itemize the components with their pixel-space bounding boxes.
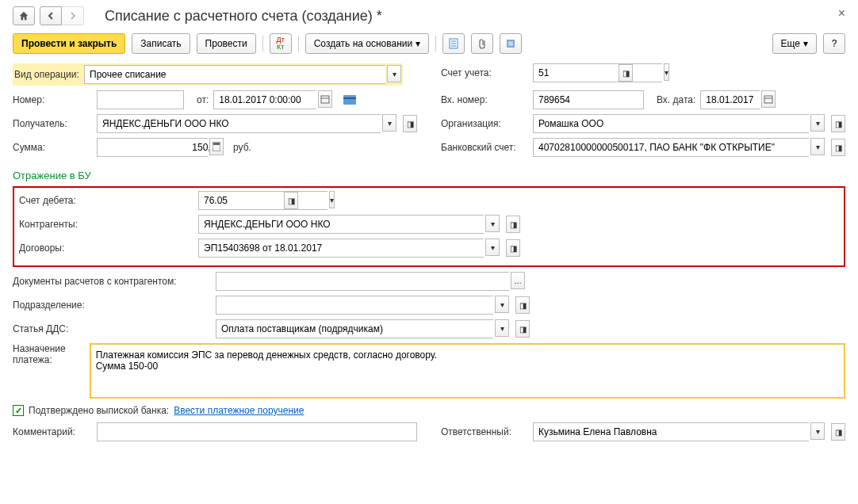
responsible-input[interactable] [537,423,806,441]
dt-kt-icon: ДтКт [277,36,285,51]
calculator-button[interactable] [209,138,224,155]
recipient-label: Получатель: [13,118,92,129]
separator [298,36,299,52]
in-date-label: Вх. дата: [657,94,695,105]
open-button[interactable]: ◨ [284,192,298,209]
more-button[interactable]: Еще ▾ [772,33,817,54]
sum-label: Сумма: [13,142,92,153]
account-label: Счет учета: [441,67,528,78]
bank-account-label: Банковский счет: [441,142,528,153]
comment-label: Комментарий: [13,426,92,437]
list-button[interactable] [500,33,522,54]
report-button[interactable] [442,33,465,54]
help-button[interactable]: ? [823,33,845,54]
submit-button[interactable]: Провести [197,33,256,54]
dds-label: Статья ДДС: [13,323,211,334]
more-label: Еще [781,38,800,49]
dt-kt-button[interactable]: ДтКт [270,33,292,54]
operation-type-input[interactable] [88,66,382,83]
open-button[interactable]: ◨ [515,320,530,338]
settlement-docs-label: Документы расчетов с контрагентом: [13,276,211,287]
svg-rect-11 [343,97,356,99]
chevron-down-icon: ▾ [416,38,420,49]
card-icon[interactable] [343,95,356,105]
in-number-input[interactable] [537,91,659,109]
from-label: от: [197,94,209,105]
calendar-icon [320,94,330,104]
dropdown-button[interactable]: ▾ [485,215,500,232]
bu-section-title: Отражение в БУ [13,170,845,181]
close-button[interactable]: × [838,6,845,21]
create-based-button[interactable]: Создать на основании ▾ [305,33,430,54]
save-button[interactable]: Записать [132,33,190,54]
dropdown-button[interactable]: ▾ [810,422,825,440]
currency-label: руб. [233,142,251,153]
dds-input[interactable] [220,320,490,338]
open-button[interactable]: ◨ [506,239,520,257]
svg-rect-10 [343,95,356,105]
open-button[interactable]: ◨ [403,115,417,132]
calculator-icon [213,142,220,151]
document-icon [448,38,459,49]
settlement-docs-input[interactable] [220,273,506,290]
account-input[interactable] [537,64,659,82]
open-button[interactable]: ◨ [831,139,845,156]
svg-rect-12 [764,96,772,103]
dropdown-button[interactable]: ▾ [495,319,509,337]
comment-input[interactable] [101,423,413,441]
calendar-button[interactable] [318,90,332,108]
dropdown-button[interactable]: ▾ [485,239,500,256]
dropdown-button[interactable]: ▾ [495,296,509,313]
home-button[interactable] [13,6,35,25]
recipient-input[interactable] [101,115,377,132]
open-button[interactable]: ◨ [619,64,633,82]
svg-rect-8 [321,96,329,103]
division-label: Подразделение: [13,300,211,311]
confirmed-label: Подтверждено выпиской банка: [29,405,169,416]
division-input[interactable] [220,296,490,314]
chevron-down-icon: ▾ [803,38,808,49]
separator [435,36,436,52]
open-button[interactable]: ◨ [831,115,845,132]
dropdown-button[interactable]: ▾ [664,63,669,81]
submit-close-button[interactable]: Провести и закрыть [13,33,125,54]
dropdown-button[interactable]: ▾ [382,114,396,132]
open-button[interactable]: ◨ [515,296,530,314]
dropdown-button[interactable]: ▾ [387,65,401,82]
dropdown-button[interactable]: ▾ [810,138,825,155]
calendar-button[interactable] [761,90,776,108]
counterparty-label: Контрагенты: [19,219,193,230]
enter-order-link[interactable]: Ввести платежное поручение [174,405,304,416]
toolbar: Провести и закрыть Записать Провести ДтК… [13,33,845,54]
paperclip-icon [477,38,487,49]
contract-label: Договоры: [19,242,193,254]
back-button[interactable] [40,6,62,25]
forward-button[interactable] [62,6,84,25]
number-label: Номер: [13,94,92,105]
sum-input[interactable] [101,139,223,156]
debit-account-label: Счет дебета: [19,195,193,206]
dropdown-button[interactable]: ▾ [329,191,335,208]
dropdown-button[interactable]: ▾ [810,114,825,132]
organization-input[interactable] [537,115,806,132]
contract-input[interactable] [202,239,481,257]
organization-label: Организация: [441,118,528,129]
bank-account-input[interactable] [537,139,806,156]
open-button[interactable]: ◨ [506,216,520,233]
responsible-label: Ответственный: [441,426,528,437]
page-title: Списание с расчетного счета (создание) * [105,8,382,25]
debit-account-input[interactable] [202,192,324,209]
attach-button[interactable] [471,33,493,54]
list-icon [505,38,516,49]
open-button[interactable]: ◨ [831,423,845,441]
purpose-textarea[interactable] [90,343,845,399]
ellipsis-button[interactable]: … [511,272,525,289]
highlighted-region: Счет дебета: ▾ ◨ Контрагенты: ▾ ◨ Догово… [13,186,845,267]
confirmed-checkbox[interactable]: ✓ [13,405,24,416]
separator [262,36,263,52]
calendar-icon [764,94,773,104]
create-based-label: Создать на основании [314,38,413,49]
svg-rect-15 [213,143,220,145]
in-number-label: Вх. номер: [441,94,528,105]
counterparty-input[interactable] [202,216,481,233]
